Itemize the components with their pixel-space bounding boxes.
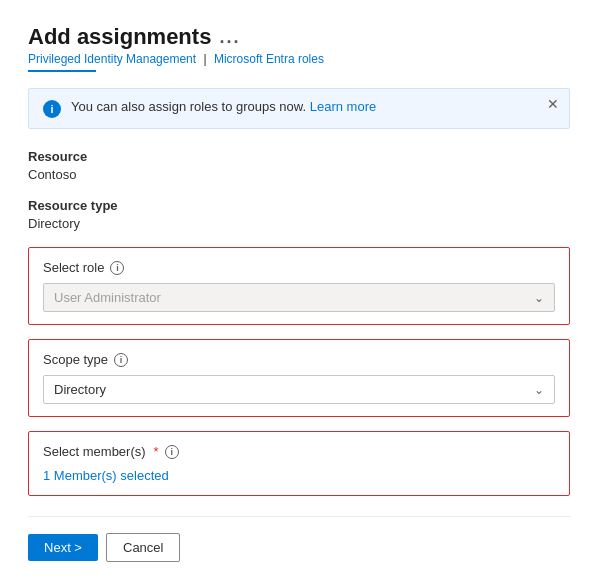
next-button[interactable]: Next >: [28, 534, 98, 561]
scope-type-value: Directory: [54, 382, 106, 397]
member-selected-link[interactable]: 1 Member(s) selected: [43, 468, 169, 483]
info-banner-text: You can also assign roles to groups now.…: [71, 99, 555, 114]
select-members-section: Select member(s) * i 1 Member(s) selecte…: [28, 431, 570, 496]
cancel-button[interactable]: Cancel: [106, 533, 180, 562]
chevron-down-icon: ⌄: [534, 291, 544, 305]
scope-type-dropdown[interactable]: Directory ⌄: [43, 375, 555, 404]
resource-type-label: Resource type: [28, 198, 570, 213]
breadcrumb-pim: Privileged Identity Management: [28, 52, 196, 66]
close-banner-button[interactable]: ✕: [547, 97, 559, 111]
footer-divider: [28, 516, 570, 517]
chevron-down-icon: ⌄: [534, 383, 544, 397]
breadcrumb-entra: Microsoft Entra roles: [214, 52, 324, 66]
scope-type-label: Scope type i: [43, 352, 555, 367]
select-role-info-icon[interactable]: i: [110, 261, 124, 275]
required-indicator: *: [154, 444, 159, 459]
footer-actions: Next > Cancel: [28, 533, 570, 562]
select-role-section: Select role i User Administrator ⌄: [28, 247, 570, 325]
select-members-label: Select member(s) * i: [43, 444, 555, 459]
info-icon: i: [43, 100, 61, 118]
breadcrumb-separator: |: [203, 52, 206, 66]
select-role-label: Select role i: [43, 260, 555, 275]
resource-label: Resource: [28, 149, 570, 164]
breadcrumb: Privileged Identity Management | Microso…: [28, 52, 570, 66]
resource-type-section: Resource type Directory: [28, 198, 570, 231]
resource-value: Contoso: [28, 167, 570, 182]
select-role-value: User Administrator: [54, 290, 161, 305]
info-banner: i You can also assign roles to groups no…: [28, 88, 570, 129]
select-role-dropdown[interactable]: User Administrator ⌄: [43, 283, 555, 312]
scope-type-info-icon[interactable]: i: [114, 353, 128, 367]
page-title: Add assignments ...: [28, 24, 570, 50]
ellipsis-icon: ...: [219, 27, 240, 48]
title-underline: [28, 70, 96, 72]
resource-type-value: Directory: [28, 216, 570, 231]
select-members-info-icon[interactable]: i: [165, 445, 179, 459]
learn-more-link[interactable]: Learn more: [310, 99, 376, 114]
resource-section: Resource Contoso: [28, 149, 570, 182]
scope-type-section: Scope type i Directory ⌄: [28, 339, 570, 417]
